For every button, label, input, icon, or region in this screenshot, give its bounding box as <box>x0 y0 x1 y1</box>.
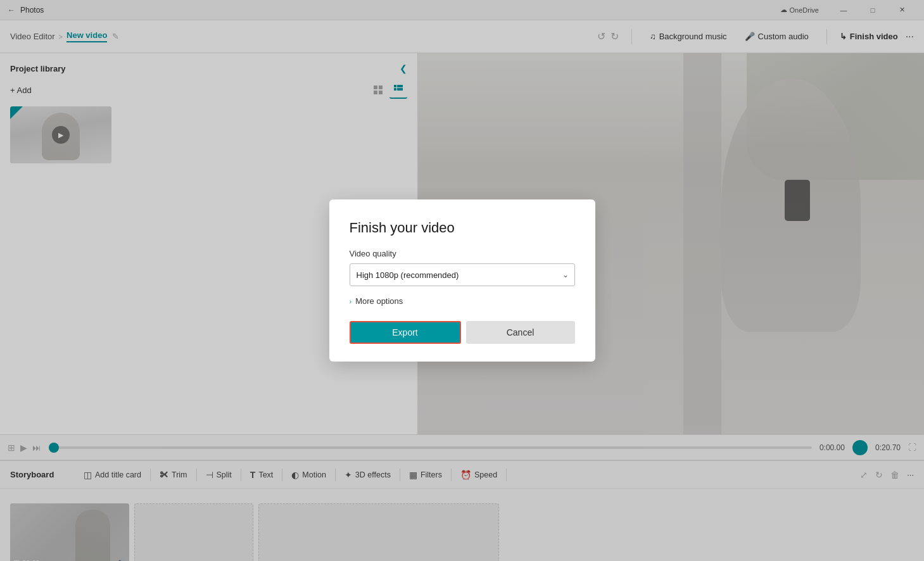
export-button[interactable]: Export <box>350 321 461 344</box>
quality-select-wrapper: High 1080p (recommended) Medium 720p Low… <box>350 263 575 286</box>
modal-buttons: Export Cancel <box>350 321 575 344</box>
modal-title: Finish your video <box>350 220 575 236</box>
quality-select[interactable]: High 1080p (recommended) Medium 720p Low… <box>350 263 575 286</box>
cancel-button[interactable]: Cancel <box>466 321 575 344</box>
quality-label: Video quality <box>350 249 575 258</box>
modal-overlay: Finish your video Video quality High 108… <box>0 0 924 561</box>
finish-video-modal: Finish your video Video quality High 108… <box>329 199 595 362</box>
more-options-chevron-icon: › <box>350 298 352 305</box>
more-options-button[interactable]: › More options <box>350 296 575 306</box>
